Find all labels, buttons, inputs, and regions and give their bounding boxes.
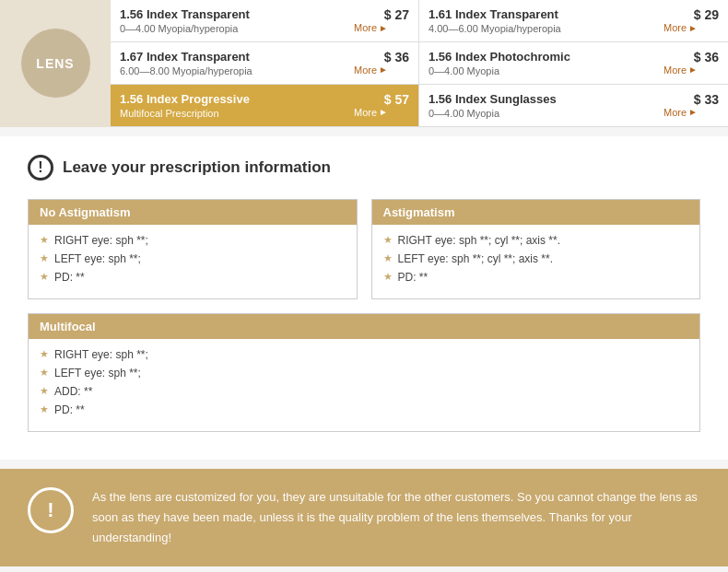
astig-text-1: LEFT eye: sph **; cyl **; axis **. — [398, 252, 554, 265]
lens-item-name-item2: 1.61 Index Transparent — [429, 7, 561, 23]
lens-more-btn-item5[interactable]: More ► — [354, 107, 409, 118]
no-astigmatism-header: No Astigmatism — [29, 200, 357, 225]
prescription-title: Leave your prescription information — [63, 158, 331, 177]
lens-price-value-item5: $ 57 — [354, 92, 409, 107]
notice-icon-wrap: ! — [28, 487, 74, 533]
no-astig-text-2: PD: ** — [54, 271, 85, 284]
lens-item-price-item1: $ 27 More ► — [354, 7, 409, 33]
notice-alert-icon: ! — [47, 498, 53, 522]
lens-item-range-item1: 0—4.00 Myopia/hyperopia — [120, 23, 250, 34]
more-arrow-item1: ► — [379, 23, 388, 33]
lens-section: LENS 1.56 Index Transparent 0—4.00 Myopi… — [0, 0, 728, 127]
more-arrow-item3: ► — [379, 64, 388, 75]
lens-item-item6[interactable]: 1.56 Index Sunglasses 0—4.00 Myopia $ 33… — [419, 85, 728, 127]
prescription-cards: No Astigmatism ★RIGHT eye: sph **;★LEFT … — [28, 199, 700, 299]
lens-item-price-item5: $ 57 More ► — [354, 92, 409, 118]
star-icon: ★ — [40, 385, 49, 397]
lens-item-range-item3: 6.00—8.00 Myopia/hyperopia — [120, 65, 252, 76]
prescription-header: ! Leave your prescription information — [28, 155, 700, 181]
lens-item-range-item6: 0—4.00 Myopia — [429, 108, 557, 119]
lens-item-info-item5: 1.56 Index Progressive Multifocal Prescr… — [120, 92, 250, 119]
lens-item-name-item6: 1.56 Index Sunglasses — [429, 92, 557, 108]
multifocal-item-2: ★ADD: ** — [40, 385, 688, 398]
notice-section: ! As the lens are customized for you, th… — [0, 469, 728, 566]
lens-more-btn-item2[interactable]: More ► — [663, 22, 719, 33]
lens-item-item3[interactable]: 1.67 Index Transparent 6.00—8.00 Myopia/… — [111, 42, 419, 85]
lens-item-price-item4: $ 36 More ► — [663, 50, 719, 76]
star-icon: ★ — [40, 403, 49, 415]
more-arrow-item4: ► — [688, 64, 698, 75]
no-astigmatism-body: ★RIGHT eye: sph **;★LEFT eye: sph **;★PD… — [29, 225, 357, 298]
prescription-section: ! Leave your prescription information No… — [0, 136, 728, 460]
astig-text-0: RIGHT eye: sph **; cyl **; axis **. — [398, 234, 561, 247]
multifocal-text-0: RIGHT eye: sph **; — [54, 348, 148, 361]
multifocal-text-3: PD: ** — [54, 403, 85, 416]
multifocal-item-0: ★RIGHT eye: sph **; — [40, 348, 688, 361]
lens-more-btn-item6[interactable]: More ► — [663, 107, 719, 118]
lens-item-name-item3: 1.67 Index Transparent — [120, 50, 252, 65]
lens-more-btn-item3[interactable]: More ► — [354, 64, 409, 76]
lens-item-name-item4: 1.56 Index Photochromic — [429, 50, 570, 65]
astigmatism-card: Astigmatism ★RIGHT eye: sph **; cyl **; … — [371, 199, 701, 299]
multifocal-card: Multifocal ★RIGHT eye: sph **;★LEFT eye:… — [28, 313, 700, 432]
lens-item-name-item1: 1.56 Index Transparent — [120, 7, 250, 23]
lens-item-item2[interactable]: 1.61 Index Transparent 4.00—6.00 Myopia/… — [419, 0, 728, 42]
lens-circle: LENS — [21, 29, 90, 98]
lens-circle-container: LENS — [0, 0, 111, 127]
lens-item-info-item1: 1.56 Index Transparent 0—4.00 Myopia/hyp… — [120, 7, 250, 34]
star-icon: ★ — [383, 252, 393, 264]
multifocal-item-3: ★PD: ** — [40, 403, 688, 416]
lens-item-name-item5: 1.56 Index Progressive — [120, 92, 250, 108]
lens-price-value-item6: $ 33 — [663, 92, 719, 107]
lens-item-price-item2: $ 29 More ► — [663, 7, 719, 33]
lens-more-btn-item4[interactable]: More ► — [663, 64, 719, 76]
multifocal-text-2: ADD: ** — [54, 385, 92, 398]
notice-text: As the lens are customized for you, they… — [92, 487, 700, 548]
astig-item-0: ★RIGHT eye: sph **; cyl **; axis **. — [383, 234, 689, 247]
lens-grid: 1.56 Index Transparent 0—4.00 Myopia/hyp… — [111, 0, 728, 127]
no-astig-text-1: LEFT eye: sph **; — [54, 252, 141, 265]
star-icon: ★ — [40, 348, 49, 360]
multifocal-text-1: LEFT eye: sph **; — [54, 367, 141, 379]
lens-item-info-item3: 1.67 Index Transparent 6.00—8.00 Myopia/… — [120, 50, 252, 76]
lens-item-item1[interactable]: 1.56 Index Transparent 0—4.00 Myopia/hyp… — [111, 0, 419, 42]
lens-price-value-item2: $ 29 — [663, 7, 719, 22]
lens-item-info-item6: 1.56 Index Sunglasses 0—4.00 Myopia — [429, 92, 557, 119]
more-arrow-item5: ► — [379, 107, 388, 117]
lens-more-btn-item1[interactable]: More ► — [354, 22, 409, 33]
alert-icon: ! — [28, 155, 53, 181]
lens-item-range-item4: 0—4.00 Myopia — [429, 65, 570, 76]
lens-item-range-item5: Multifocal Prescription — [120, 108, 250, 119]
no-astig-item-2: ★PD: ** — [40, 271, 346, 284]
star-icon: ★ — [40, 252, 49, 264]
astig-item-2: ★PD: ** — [383, 271, 689, 284]
lens-price-value-item3: $ 36 — [354, 50, 409, 64]
astigmatism-body: ★RIGHT eye: sph **; cyl **; axis **.★LEF… — [372, 225, 700, 298]
star-icon: ★ — [40, 271, 49, 283]
no-astig-text-0: RIGHT eye: sph **; — [54, 234, 148, 247]
multifocal-item-1: ★LEFT eye: sph **; — [40, 367, 688, 379]
star-icon: ★ — [40, 234, 49, 246]
star-icon: ★ — [383, 234, 393, 246]
no-astig-item-0: ★RIGHT eye: sph **; — [40, 234, 346, 247]
lens-item-price-item6: $ 33 More ► — [663, 92, 719, 118]
lens-item-range-item2: 4.00—6.00 Myopia/hyperopia — [429, 23, 561, 34]
star-icon: ★ — [40, 367, 49, 379]
lens-item-info-item4: 1.56 Index Photochromic 0—4.00 Myopia — [429, 50, 570, 76]
no-astig-item-1: ★LEFT eye: sph **; — [40, 252, 346, 265]
astigmatism-header: Astigmatism — [372, 200, 700, 225]
lens-price-value-item1: $ 27 — [354, 7, 409, 22]
astig-item-1: ★LEFT eye: sph **; cyl **; axis **. — [383, 252, 689, 265]
multifocal-body: ★RIGHT eye: sph **;★LEFT eye: sph **;★AD… — [29, 339, 699, 431]
lens-item-price-item3: $ 36 More ► — [354, 50, 409, 76]
multifocal-header: Multifocal — [29, 314, 699, 339]
lens-item-item4[interactable]: 1.56 Index Photochromic 0—4.00 Myopia $ … — [419, 42, 728, 85]
lens-item-info-item2: 1.61 Index Transparent 4.00—6.00 Myopia/… — [429, 7, 561, 34]
lens-item-item5[interactable]: 1.56 Index Progressive Multifocal Prescr… — [111, 85, 419, 127]
star-icon: ★ — [383, 271, 393, 283]
no-astigmatism-card: No Astigmatism ★RIGHT eye: sph **;★LEFT … — [28, 199, 358, 299]
more-arrow-item6: ► — [688, 107, 698, 117]
lens-price-value-item4: $ 36 — [663, 50, 719, 64]
astig-text-2: PD: ** — [398, 271, 429, 284]
more-arrow-item2: ► — [688, 23, 698, 33]
